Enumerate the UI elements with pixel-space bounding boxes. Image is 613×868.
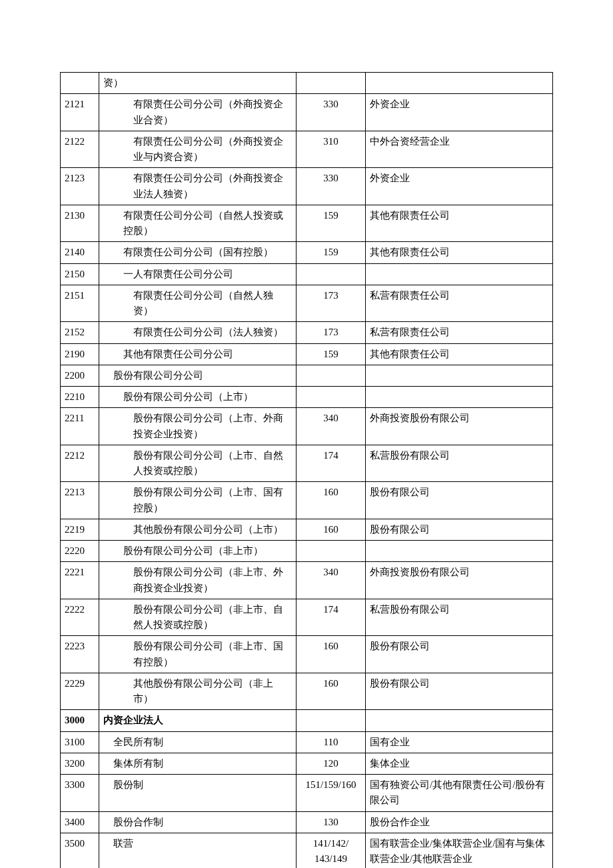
- desc-cell: 股份有限公司分公司（上市）: [99, 387, 297, 408]
- desc-cell: 股份有限公司分公司（非上市、自然人投资或控股）: [99, 599, 297, 636]
- code-cell: 3400: [61, 811, 99, 833]
- remark-cell: 股份合作企业: [366, 811, 553, 833]
- table-row: 3400股份合作制130股份合作企业: [61, 811, 553, 833]
- num-cell: 130: [297, 811, 366, 833]
- table-row: 2223股份有限公司分公司（非上市、国有控股）160股份有限公司: [61, 636, 553, 673]
- table-row: 2121有限责任公司分公司（外商投资企业合资）330外资企业: [61, 94, 553, 131]
- table-row: 2123有限责任公司分公司（外商投资企业法人独资）330外资企业: [61, 168, 553, 205]
- remark-cell: 私营有限责任公司: [366, 322, 553, 343]
- desc-cell: 股份有限公司分公司（上市、国有控股）: [99, 482, 297, 519]
- num-cell: 159: [297, 242, 366, 263]
- code-cell: 2122: [61, 131, 99, 168]
- remark-cell: [366, 387, 553, 408]
- code-cell: 3000: [61, 710, 99, 731]
- remark-cell: 国有企业: [366, 731, 553, 753]
- num-cell: 174: [297, 599, 366, 636]
- table-row: 2229其他股份有限公司分公司（非上市）160股份有限公司: [61, 673, 553, 710]
- num-cell: 141/142/ 143/149: [297, 833, 366, 868]
- num-cell: [297, 387, 366, 408]
- num-cell: 159: [297, 343, 366, 365]
- desc-cell: 有限责任公司分公司（外商投资企业合资）: [99, 94, 297, 131]
- table-row: 2220股份有限公司分公司（非上市）: [61, 541, 553, 562]
- desc-cell: 有限责任公司分公司（法人独资）: [99, 322, 297, 343]
- remark-cell: 私营有限责任公司: [366, 285, 553, 322]
- num-cell: 120: [297, 753, 366, 774]
- remark-cell: 其他有限责任公司: [366, 343, 553, 365]
- code-cell: 2210: [61, 387, 99, 408]
- code-cell: 2211: [61, 408, 99, 445]
- num-cell: 340: [297, 562, 366, 599]
- code-cell: 2212: [61, 445, 99, 482]
- code-cell: 2223: [61, 636, 99, 673]
- table-row: 3100全民所有制110国有企业: [61, 731, 553, 753]
- code-cell: 2222: [61, 599, 99, 636]
- desc-cell: 股份有限公司分公司（非上市、外商投资企业投资）: [99, 562, 297, 599]
- code-cell: 3500: [61, 833, 99, 868]
- table-row: 3000内资企业法人: [61, 710, 553, 731]
- remark-cell: 外商投资股份有限公司: [366, 408, 553, 445]
- table-row: 2210股份有限公司分公司（上市）: [61, 387, 553, 408]
- code-cell: [61, 73, 99, 94]
- code-cell: 2213: [61, 482, 99, 519]
- classification-table: 资）2121有限责任公司分公司（外商投资企业合资）330外资企业2122有限责任…: [60, 72, 553, 868]
- remark-cell: 中外合资经营企业: [366, 131, 553, 168]
- desc-cell: 资）: [99, 73, 297, 94]
- table-row: 2150一人有限责任公司分公司: [61, 263, 553, 285]
- num-cell: 340: [297, 408, 366, 445]
- num-cell: 174: [297, 445, 366, 482]
- num-cell: 173: [297, 285, 366, 322]
- desc-cell: 股份有限公司分公司（非上市、国有控股）: [99, 636, 297, 673]
- desc-cell: 股份有限公司分公司（非上市）: [99, 541, 297, 562]
- desc-cell: 有限责任公司分公司（国有控股）: [99, 242, 297, 263]
- remark-cell: 其他有限责任公司: [366, 205, 553, 242]
- remark-cell: [366, 73, 553, 94]
- desc-cell: 其他有限责任公司分公司: [99, 343, 297, 365]
- table-row: 2213股份有限公司分公司（上市、国有控股）160股份有限公司: [61, 482, 553, 519]
- table-row: 2219其他股份有限公司分公司（上市）160股份有限公司: [61, 519, 553, 540]
- remark-cell: [366, 263, 553, 285]
- desc-cell: 有限责任公司分公司（外商投资企业与内资合资）: [99, 131, 297, 168]
- code-cell: 2140: [61, 242, 99, 263]
- remark-cell: 私营股份有限公司: [366, 599, 553, 636]
- remark-cell: 股份有限公司: [366, 673, 553, 710]
- table-row: 2130有限责任公司分公司（自然人投资或控股）159其他有限责任公司: [61, 205, 553, 242]
- num-cell: 160: [297, 636, 366, 673]
- desc-cell: 集体所有制: [99, 753, 297, 774]
- table-row: 2212股份有限公司分公司（上市、自然人投资或控股）174私营股份有限公司: [61, 445, 553, 482]
- code-cell: 2220: [61, 541, 99, 562]
- remark-cell: 股份有限公司: [366, 636, 553, 673]
- table-row: 2151有限责任公司分公司（自然人独资）173私营有限责任公司: [61, 285, 553, 322]
- table-row: 资）: [61, 73, 553, 94]
- code-cell: 2151: [61, 285, 99, 322]
- remark-cell: 股份有限公司: [366, 519, 553, 540]
- num-cell: [297, 365, 366, 386]
- code-cell: 2152: [61, 322, 99, 343]
- num-cell: 160: [297, 482, 366, 519]
- table-row: 2140有限责任公司分公司（国有控股）159其他有限责任公司: [61, 242, 553, 263]
- table-row: 2222股份有限公司分公司（非上市、自然人投资或控股）174私营股份有限公司: [61, 599, 553, 636]
- code-cell: 2190: [61, 343, 99, 365]
- table-row: 2190其他有限责任公司分公司159其他有限责任公司: [61, 343, 553, 365]
- remark-cell: 外商投资股份有限公司: [366, 562, 553, 599]
- num-cell: 173: [297, 322, 366, 343]
- remark-cell: 国有独资公司/其他有限责任公司/股份有限公司: [366, 775, 553, 812]
- table-row: 3200集体所有制120集体企业: [61, 753, 553, 774]
- desc-cell: 股份有限公司分公司（上市、外商投资企业投资）: [99, 408, 297, 445]
- num-cell: [297, 73, 366, 94]
- code-cell: 2130: [61, 205, 99, 242]
- table-row: 2221股份有限公司分公司（非上市、外商投资企业投资）340外商投资股份有限公司: [61, 562, 553, 599]
- remark-cell: 其他有限责任公司: [366, 242, 553, 263]
- num-cell: [297, 710, 366, 731]
- desc-cell: 内资企业法人: [99, 710, 297, 731]
- code-cell: 2200: [61, 365, 99, 386]
- remark-cell: 私营股份有限公司: [366, 445, 553, 482]
- code-cell: 2150: [61, 263, 99, 285]
- num-cell: 160: [297, 519, 366, 540]
- remark-cell: 集体企业: [366, 753, 553, 774]
- desc-cell: 其他股份有限公司分公司（上市）: [99, 519, 297, 540]
- code-cell: 2229: [61, 673, 99, 710]
- num-cell: [297, 263, 366, 285]
- num-cell: 110: [297, 731, 366, 753]
- code-cell: 2121: [61, 94, 99, 131]
- remark-cell: 股份有限公司: [366, 482, 553, 519]
